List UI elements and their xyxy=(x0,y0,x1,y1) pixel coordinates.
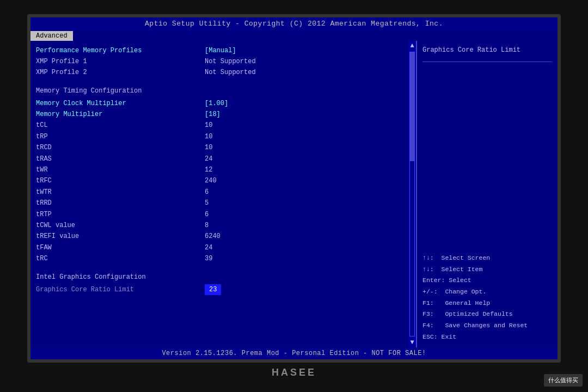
brand-label: Hasee xyxy=(272,367,316,378)
setting-row: tCWL value 8 xyxy=(36,220,403,231)
bios-body: Performance Memory Profiles [Manual] XMP… xyxy=(30,41,558,347)
setting-label: XMP Profile 1 xyxy=(36,56,205,67)
scroll-down-arrow[interactable]: ▼ xyxy=(409,338,415,347)
nav-select-item: ↑↓: Select Item xyxy=(422,264,552,275)
setting-label: tCWL value xyxy=(36,220,205,231)
bios-header: Aptio Setup Utility - Copyright (C) 2012… xyxy=(30,17,558,30)
right-panel: Graphics Core Ratio Limit ↑↓: Select Scr… xyxy=(416,41,558,347)
watermark-label: 什么值得买 xyxy=(544,374,583,387)
left-panel: Performance Memory Profiles [Manual] XMP… xyxy=(30,41,408,347)
setting-row[interactable]: Memory Multiplier [18] xyxy=(36,109,403,120)
advanced-tab[interactable]: Advanced xyxy=(30,31,73,41)
setting-value: [Manual] xyxy=(205,45,236,56)
nav-help: ↑↓: Select Screen ↑↓: Select Item Enter:… xyxy=(422,253,552,343)
setting-label: tCL xyxy=(36,120,205,131)
setting-value: [1.00] xyxy=(205,98,228,109)
scroll-up-arrow[interactable]: ▲ xyxy=(409,41,415,51)
setting-label: tRP xyxy=(36,131,205,142)
setting-row: tFAW 24 xyxy=(36,242,403,253)
setting-row: tRRD 5 xyxy=(36,198,403,209)
graphics-core-value: 23 xyxy=(205,284,221,295)
nav-change-opt: +/-: Change Opt. xyxy=(422,286,552,298)
nav-esc: ESC: Exit xyxy=(422,332,552,343)
setting-row: tRTP 6 xyxy=(36,209,403,220)
setting-row: tRAS 24 xyxy=(36,154,403,164)
setting-label: tREFI value xyxy=(36,231,205,242)
setting-label: tFAW xyxy=(36,242,205,253)
setting-value: 6 xyxy=(205,187,209,198)
bios-footer: Version 2.15.1236. Prema Mod - Personal … xyxy=(30,347,558,359)
setting-row[interactable]: Performance Memory Profiles [Manual] xyxy=(36,45,403,56)
memory-timing-title: Memory Timing Configuration xyxy=(36,87,403,95)
setting-value: 240 xyxy=(205,175,217,186)
setting-label: XMP Profile 2 xyxy=(36,67,205,78)
setting-label: tRFC xyxy=(36,175,205,186)
setting-row: tWR 12 xyxy=(36,164,403,175)
setting-value: 10 xyxy=(205,142,212,153)
setting-label: tRCD xyxy=(36,142,205,153)
setting-value: 24 xyxy=(205,242,212,253)
nav-f3: F3: Optimized Defaults xyxy=(422,309,552,320)
setting-value: 12 xyxy=(205,164,212,175)
help-title: Graphics Core Ratio Limit xyxy=(422,45,552,55)
setting-value: Not Supported xyxy=(205,67,256,78)
setting-row[interactable]: Memory Clock Multiplier [1.00] xyxy=(36,98,403,109)
graphics-core-row[interactable]: Graphics Core Ratio Limit 23 xyxy=(36,284,403,295)
setting-label: Performance Memory Profiles xyxy=(36,45,205,56)
intel-graphics-title: Intel Graphics Configuration xyxy=(36,273,403,281)
setting-value: 10 xyxy=(205,120,212,131)
nav-f1: F1: General Help xyxy=(422,298,552,309)
scrollbar-thumb xyxy=(410,52,414,161)
setting-label: tRRD xyxy=(36,198,205,209)
setting-value: Not Supported xyxy=(205,56,256,67)
tab-bar: Advanced xyxy=(30,30,558,41)
setting-row: tRFC 240 xyxy=(36,175,403,186)
divider xyxy=(422,62,552,62)
setting-value: 10 xyxy=(205,131,212,142)
footer-text: Version 2.15.1236. Prema Mod - Personal … xyxy=(162,350,426,357)
setting-value: 8 xyxy=(205,220,209,231)
setting-row: tREFI value 6240 xyxy=(36,231,403,242)
setting-label: tRC xyxy=(36,253,205,264)
scrollbar-track[interactable] xyxy=(409,52,415,336)
setting-row: XMP Profile 1 Not Supported xyxy=(36,56,403,67)
setting-label: Memory Multiplier xyxy=(36,109,205,120)
setting-label: tWTR xyxy=(36,187,205,198)
setting-row: tRP 10 xyxy=(36,131,403,142)
bios-title: Aptio Setup Utility - Copyright (C) 2012… xyxy=(145,20,443,28)
setting-value: 5 xyxy=(205,198,209,209)
setting-value: 39 xyxy=(205,253,212,264)
setting-row: tWTR 6 xyxy=(36,187,403,198)
setting-row: tRCD 10 xyxy=(36,142,403,153)
monitor-frame: Aptio Setup Utility - Copyright (C) 2012… xyxy=(27,14,561,363)
nav-select-screen: ↑↓: Select Screen xyxy=(422,253,552,264)
setting-value: 6240 xyxy=(205,231,220,242)
setting-label: tRTP xyxy=(36,209,205,220)
setting-label: tRAS xyxy=(36,154,205,164)
setting-value: [18] xyxy=(205,109,220,120)
setting-row: tRC 39 xyxy=(36,253,403,264)
setting-label: Memory Clock Multiplier xyxy=(36,98,205,109)
setting-label: tWR xyxy=(36,164,205,175)
setting-row: XMP Profile 2 Not Supported xyxy=(36,67,403,78)
setting-value: 6 xyxy=(205,209,209,220)
nav-f4: F4: Save Changes and Reset xyxy=(422,320,552,332)
setting-value: 24 xyxy=(205,154,212,164)
graphics-core-label: Graphics Core Ratio Limit xyxy=(36,284,205,295)
scrollbar[interactable]: ▲ ▼ xyxy=(408,41,416,347)
setting-row: tCL 10 xyxy=(36,120,403,131)
nav-enter: Enter: Select xyxy=(422,275,552,286)
